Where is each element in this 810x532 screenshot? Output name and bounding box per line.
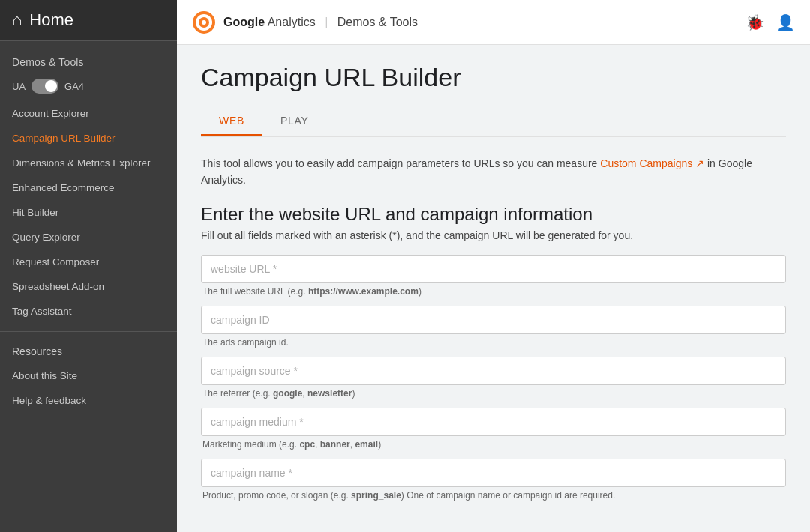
ua-ga4-toggle-row: UA GA4: [0, 74, 177, 101]
page-title: Campaign URL Builder: [201, 63, 786, 92]
demos-tools-title: Demos & Tools: [0, 41, 177, 74]
home-label: Home: [29, 10, 74, 30]
campaign-id-group: The ads campaign id.: [201, 306, 786, 348]
campaign-name-hint: Product, promo code, or slogan (e.g. spr…: [201, 490, 786, 501]
campaign-source-group: The referrer (e.g. google, newsletter): [201, 357, 786, 399]
sidebar-item-request-composer[interactable]: Request Composer: [0, 250, 177, 274]
tab-web[interactable]: WEB: [201, 107, 262, 136]
form-section-title: Enter the website URL and campaign infor…: [201, 204, 786, 225]
brand-pipe: |: [325, 16, 328, 28]
campaign-medium-group: Marketing medium (e.g. cpc, banner, emai…: [201, 408, 786, 450]
sidebar-item-about-this-site[interactable]: About this Site: [0, 363, 177, 388]
sidebar: ⌂ Home Demos & Tools UA GA4 Account Expl…: [0, 0, 177, 532]
svg-point-3: [202, 20, 206, 25]
website-url-input[interactable]: [201, 255, 786, 283]
top-header: Google Analytics | Demos & Tools 🐞 👤: [177, 0, 810, 45]
campaign-medium-hint: Marketing medium (e.g. cpc, banner, emai…: [201, 439, 786, 450]
sidebar-item-tag-assistant[interactable]: Tag Assistant: [0, 299, 177, 324]
form-section-subtitle: Fill out all fields marked with an aster…: [201, 229, 786, 241]
sidebar-item-help-feedback[interactable]: Help & feedback: [0, 388, 177, 413]
ua-label: UA: [12, 81, 26, 92]
campaign-medium-input[interactable]: [201, 408, 786, 436]
tabs: WEB PLAY: [201, 107, 786, 137]
website-url-hint: The full website URL (e.g. https://www.e…: [201, 286, 786, 297]
sidebar-item-spreadsheet-add-on[interactable]: Spreadsheet Add-on: [0, 274, 177, 299]
ua-ga4-toggle[interactable]: [32, 79, 58, 94]
resources-title: Resources: [0, 339, 177, 363]
sidebar-item-enhanced-ecommerce[interactable]: Enhanced Ecommerce: [0, 175, 177, 200]
description: This tool allows you to easily add campa…: [201, 155, 786, 189]
ga4-label: GA4: [64, 81, 84, 92]
main-content: Google Analytics | Demos & Tools 🐞 👤 Cam…: [177, 0, 810, 532]
toggle-knob: [45, 80, 57, 92]
campaign-source-input[interactable]: [201, 357, 786, 385]
ga-logo: [192, 10, 216, 34]
campaign-name-group: Product, promo code, or slogan (e.g. spr…: [201, 459, 786, 501]
page-content: Campaign URL Builder WEB PLAY This tool …: [177, 45, 810, 532]
sidebar-divider: [0, 331, 177, 332]
sidebar-item-query-explorer[interactable]: Query Explorer: [0, 225, 177, 250]
sidebar-item-dimensions-metrics[interactable]: Dimensions & Metrics Explorer: [0, 151, 177, 175]
campaign-source-hint: The referrer (e.g. google, newsletter): [201, 388, 786, 399]
campaign-name-input[interactable]: [201, 459, 786, 487]
home-icon: ⌂: [12, 10, 22, 30]
sidebar-item-campaign-url-builder[interactable]: Campaign URL Builder: [0, 126, 177, 151]
custom-campaigns-link[interactable]: Custom Campaigns ↗: [600, 157, 704, 169]
campaign-id-input[interactable]: [201, 306, 786, 334]
bug-icon[interactable]: 🐞: [746, 13, 764, 31]
campaign-id-hint: The ads campaign id.: [201, 337, 786, 348]
sidebar-item-account-explorer[interactable]: Account Explorer: [0, 101, 177, 126]
account-icon[interactable]: 👤: [776, 13, 795, 31]
brand-area: Google Analytics | Demos & Tools: [192, 10, 418, 34]
brand-text: Google Analytics | Demos & Tools: [224, 16, 418, 29]
header-icons: 🐞 👤: [746, 13, 795, 31]
home-nav[interactable]: ⌂ Home: [0, 0, 177, 41]
website-url-group: The full website URL (e.g. https://www.e…: [201, 255, 786, 297]
sidebar-item-hit-builder[interactable]: Hit Builder: [0, 200, 177, 225]
tab-play[interactable]: PLAY: [262, 107, 327, 136]
